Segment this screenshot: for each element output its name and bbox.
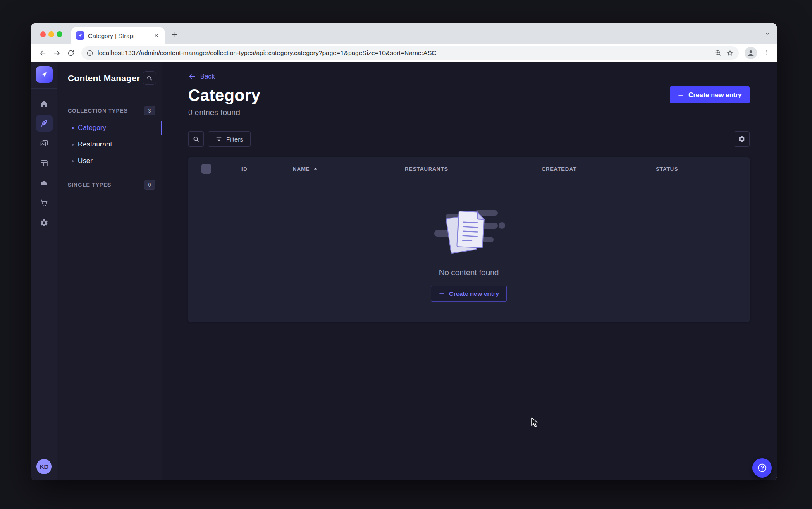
tab-close-icon[interactable] (152, 31, 160, 40)
main-content: Back Category 0 entries found Create new… (162, 62, 777, 480)
browser-window: Category | Strapi localhost:1337/admin/c… (31, 23, 777, 480)
marketplace-cart-icon[interactable] (36, 194, 53, 211)
strapi-app: KD Content Manager COLLECTION TYPES 3 Ca… (31, 62, 777, 480)
plus-icon (439, 291, 445, 297)
new-tab-button[interactable] (169, 29, 179, 40)
empty-state: No content found Create new entry (188, 180, 750, 322)
subnav-item-label: Category (78, 124, 106, 132)
subnav-item-restaurant[interactable]: Restaurant (57, 136, 162, 153)
column-header-restaurants: RESTAURANTS (405, 166, 448, 172)
filters-label: Filters (226, 136, 243, 143)
collection-types-label: COLLECTION TYPES (68, 108, 128, 114)
strapi-favicon-icon (76, 31, 84, 40)
bullet-icon (72, 144, 74, 146)
cloud-icon[interactable] (36, 175, 53, 191)
tab-title: Category | Strapi (88, 32, 148, 39)
subnav-item-category[interactable]: Category (57, 120, 162, 136)
column-header-status[interactable]: STATUS (656, 166, 678, 172)
back-arrow-icon (188, 72, 196, 80)
browser-forward-icon[interactable] (50, 46, 63, 60)
help-question-icon (757, 463, 767, 473)
url-text[interactable]: localhost:1337/admin/content-manager/col… (98, 49, 710, 57)
select-all-checkbox[interactable] (201, 164, 211, 174)
nav-footer: KD (31, 454, 57, 480)
url-bar[interactable]: localhost:1337/admin/content-manager/col… (81, 46, 739, 60)
single-types-count-badge: 0 (144, 180, 155, 190)
browser-tab[interactable]: Category | Strapi (71, 27, 165, 44)
table-header-row: ID NAME RESTAURANTS CREATEDAT STATUS (188, 157, 750, 180)
bullet-icon (72, 127, 74, 129)
zoom-page-icon[interactable] (714, 49, 722, 57)
browser-toolbar: localhost:1337/admin/content-manager/col… (31, 44, 777, 62)
settings-gear-icon[interactable] (36, 214, 53, 231)
collection-types-count-badge: 3 (144, 106, 155, 115)
page-title: Category (188, 86, 260, 105)
user-avatar[interactable]: KD (36, 459, 52, 474)
search-icon (193, 136, 200, 143)
column-header-id[interactable]: ID (241, 166, 247, 172)
fullscreen-window-button[interactable] (57, 31, 62, 37)
main-nav-rail: KD (31, 62, 57, 480)
content-manager-subnav: Content Manager COLLECTION TYPES 3 Categ… (57, 62, 162, 480)
column-header-name[interactable]: NAME (293, 166, 318, 172)
subnav-search-button[interactable] (143, 71, 156, 85)
subnav-item-user[interactable]: User (57, 153, 162, 169)
column-header-createdat[interactable]: CREATEDAT (542, 166, 577, 172)
list-toolbar: Filters (162, 131, 777, 147)
filters-button[interactable]: Filters (208, 131, 251, 147)
minimize-window-button[interactable] (48, 31, 54, 37)
entries-table-card: ID NAME RESTAURANTS CREATEDAT STATUS (188, 157, 750, 322)
empty-create-label: Create new entry (449, 290, 499, 297)
single-types-label: SINGLE TYPES (68, 182, 111, 188)
bullet-icon (72, 160, 74, 162)
create-new-entry-button[interactable]: Create new entry (670, 86, 750, 103)
page-head-left: Back Category 0 entries found (188, 72, 260, 117)
browser-menu-kebab-icon[interactable] (760, 47, 772, 59)
nav-divider (31, 88, 57, 89)
view-settings-button[interactable] (734, 131, 750, 147)
media-library-icon[interactable] (36, 135, 53, 151)
plus-icon (678, 92, 684, 98)
empty-state-message: No content found (439, 268, 499, 277)
desktop: { "browser": { "tab_title": "Category | … (0, 0, 812, 509)
create-new-entry-label: Create new entry (688, 91, 742, 99)
back-label: Back (200, 73, 215, 80)
sort-ascending-icon (313, 166, 318, 171)
entries-count: 0 entries found (188, 108, 260, 117)
browser-profile-icon[interactable] (745, 47, 757, 59)
site-info-icon[interactable] (86, 50, 93, 57)
subnav-title: Content Manager (68, 73, 140, 83)
subnav-item-label: User (78, 157, 93, 165)
filter-icon (215, 136, 222, 143)
back-link[interactable]: Back (188, 72, 215, 80)
subnav-item-label: Restaurant (78, 140, 112, 149)
browser-reload-icon[interactable] (64, 46, 77, 60)
empty-documents-illustration (432, 204, 506, 262)
tab-search-chevron-icon[interactable] (764, 31, 770, 36)
browser-tab-bar: Category | Strapi (31, 23, 777, 44)
browser-back-icon[interactable] (36, 46, 49, 60)
strapi-logo-icon[interactable] (36, 66, 53, 83)
empty-create-new-entry-button[interactable]: Create new entry (431, 286, 507, 302)
search-button[interactable] (188, 131, 204, 147)
content-manager-feather-icon[interactable] (36, 115, 53, 132)
help-button[interactable] (752, 458, 772, 478)
bookmark-star-icon[interactable] (726, 49, 734, 57)
close-window-button[interactable] (40, 31, 46, 37)
content-type-builder-icon[interactable] (36, 155, 53, 171)
gear-icon (738, 135, 745, 143)
window-controls (40, 31, 62, 37)
home-icon[interactable] (36, 95, 53, 112)
